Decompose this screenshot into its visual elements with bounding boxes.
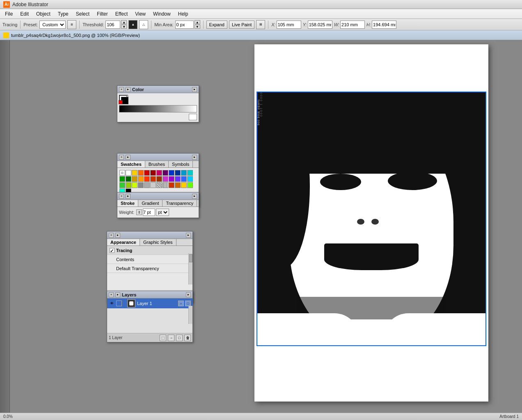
h-input[interactable] — [372, 21, 396, 29]
preset-select[interactable]: Custom — [39, 21, 66, 29]
swatch-gray3[interactable] — [150, 182, 156, 188]
tab-transparency[interactable]: Transparency — [163, 200, 197, 207]
swatch-cyan1[interactable] — [181, 170, 187, 176]
swatch-orange[interactable] — [138, 170, 144, 176]
swatch-green1[interactable] — [119, 176, 125, 182]
appearance-expand-btn[interactable]: ▸ — [115, 233, 120, 238]
swatches-close-btn[interactable]: × — [119, 155, 124, 160]
doc-tab[interactable]: tumblr_p4saq4rDkg1wojvr8o1_500.png @ 100… — [0, 30, 522, 40]
layers-close-btn[interactable]: × — [109, 292, 114, 297]
appearance-options-btn[interactable]: ▸ — [186, 233, 191, 238]
swatch-blue2[interactable] — [175, 170, 181, 176]
swatch-red[interactable] — [144, 170, 150, 176]
swatches-options-btn[interactable]: ▸ — [192, 155, 197, 160]
w-input[interactable] — [340, 21, 365, 29]
layers-icon1[interactable]: ⬚ — [160, 335, 166, 341]
swatch-purple2[interactable] — [169, 176, 174, 182]
appearance-item-contents[interactable]: Contents — [107, 255, 192, 264]
layers-expand-btn[interactable]: ▸ — [115, 292, 120, 297]
menu-file[interactable]: File — [2, 10, 16, 18]
color-white-box[interactable] — [189, 114, 197, 120]
swatch-blue3[interactable] — [181, 176, 187, 182]
tab-symbols[interactable]: Symbols — [169, 161, 193, 168]
swatch-gold2[interactable] — [138, 176, 144, 182]
swatch-red2[interactable] — [144, 176, 150, 182]
swatch-indigo[interactable] — [175, 176, 181, 182]
x-input[interactable] — [277, 21, 301, 29]
swatch-none[interactable]: ⊕ — [119, 170, 125, 176]
live-paint-icon[interactable]: ⊞ — [256, 20, 265, 29]
swatch-green2[interactable] — [126, 176, 131, 182]
layer-target-icon[interactable]: ○ — [178, 301, 184, 306]
layers-icon3[interactable]: □ — [176, 335, 183, 341]
color-panel-options[interactable]: ▸ — [192, 87, 197, 92]
swatch-yellow1[interactable] — [132, 170, 137, 176]
threshold-down[interactable]: ▼ — [121, 25, 127, 29]
stroke-expand-btn[interactable]: ▸ — [126, 194, 130, 199]
swatch-cyan3[interactable] — [187, 176, 193, 182]
layers-scrollbar[interactable] — [188, 306, 192, 324]
menu-edit[interactable]: Edit — [17, 10, 32, 18]
stroke-unit-select[interactable]: pt — [156, 209, 169, 216]
swatch-blue1[interactable] — [169, 170, 174, 176]
swatches-panel-titlebar[interactable]: × ▸ ▸ — [117, 154, 199, 161]
y-input[interactable] — [308, 21, 332, 29]
color-panel-titlebar[interactable]: × ▸ Color ▸ — [117, 86, 199, 93]
color-gradient-bar[interactable] — [119, 105, 197, 112]
tab-gradient[interactable]: Gradient — [138, 200, 163, 207]
preset-icon-btn[interactable]: ≡ — [67, 20, 76, 29]
stroke-close-btn[interactable]: × — [119, 194, 124, 199]
appearance-item-tracing[interactable]: ✓ Tracing — [107, 246, 192, 255]
swatch-pattern2[interactable] — [163, 182, 168, 188]
stroke-options-btn[interactable]: ▸ — [192, 194, 197, 199]
expand-button[interactable]: Expand — [206, 21, 227, 29]
swatch-purple[interactable] — [163, 170, 168, 176]
swatch-white[interactable] — [126, 170, 131, 176]
swatch-gray1[interactable] — [138, 182, 144, 188]
swatches-expand-btn[interactable]: ▸ — [126, 155, 130, 160]
swatch-yellow2[interactable] — [132, 182, 137, 188]
swatch-pattern1[interactable] — [156, 182, 162, 188]
threshold-light-icon[interactable]: △ — [139, 20, 148, 29]
swatch-yellow3[interactable] — [181, 182, 187, 188]
layer-select-icon[interactable]: □ — [185, 301, 191, 306]
menu-effect[interactable]: Effect — [112, 10, 131, 18]
layer-lock[interactable] — [116, 301, 122, 306]
appearance-scroll-thumb[interactable] — [189, 254, 192, 262]
tab-stroke[interactable]: Stroke — [117, 200, 138, 207]
menu-help[interactable]: Help — [175, 10, 192, 18]
layers-panel-titlebar[interactable]: × ▸ Layers ▸ — [107, 291, 192, 298]
tracing-checkbox[interactable]: ✓ — [110, 248, 114, 253]
menu-view[interactable]: View — [132, 10, 149, 18]
menu-select[interactable]: Select — [73, 10, 93, 18]
live-paint-button[interactable]: Live Paint — [229, 21, 254, 29]
layers-icon2[interactable]: → — [168, 335, 174, 341]
tab-brushes[interactable]: Brushes — [145, 161, 169, 168]
min-area-down[interactable]: ▼ — [195, 25, 200, 29]
swatch-pink[interactable] — [156, 170, 162, 176]
swatch-green4[interactable] — [187, 182, 193, 188]
layer-1-row[interactable]: 👁 Layer 1 ○ □ — [107, 298, 192, 308]
menu-window[interactable]: Window — [150, 10, 174, 18]
swatch-gray2[interactable] — [144, 182, 150, 188]
swatch-cyan2[interactable] — [187, 170, 193, 176]
stroke-panel-titlebar[interactable]: × ▸ ▸ — [117, 193, 199, 200]
color-swatch-box[interactable] — [119, 95, 128, 104]
min-area-input[interactable] — [175, 21, 194, 29]
tab-appearance[interactable]: Appearance — [107, 239, 140, 246]
threshold-dark-icon[interactable]: ▲ — [128, 20, 137, 29]
color-expand-btn[interactable]: ▸ — [126, 87, 130, 92]
swatch-red3[interactable] — [150, 176, 156, 182]
artboard-image[interactable]: tumblr blog cog 0000 1 1000 — [256, 92, 486, 346]
swatch-orange2[interactable] — [175, 182, 181, 188]
swatch-violet[interactable] — [163, 176, 168, 182]
appearance-panel-titlebar[interactable]: × ▸ ▸ — [107, 232, 192, 239]
appearance-close-btn[interactable]: × — [109, 233, 114, 238]
menu-filter[interactable]: Filter — [94, 10, 111, 18]
swatch-gold1[interactable] — [132, 176, 137, 182]
threshold-input[interactable] — [105, 21, 120, 29]
menu-object[interactable]: Object — [33, 10, 54, 18]
tab-graphic-styles[interactable]: Graphic Styles — [140, 239, 176, 246]
menu-type[interactable]: Type — [55, 10, 72, 18]
threshold-up[interactable]: ▲ — [121, 20, 127, 24]
